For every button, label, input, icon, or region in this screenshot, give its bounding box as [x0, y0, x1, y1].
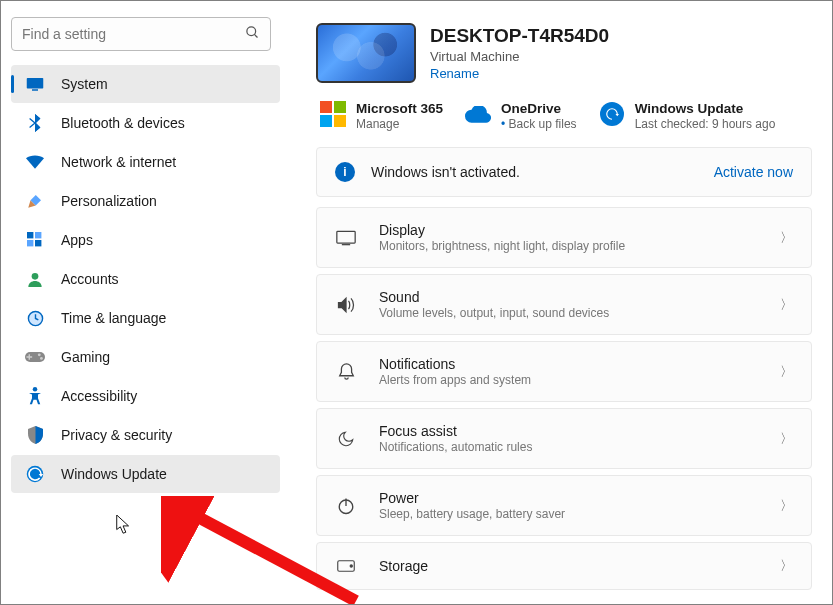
gaming-icon	[25, 347, 45, 367]
card-sound[interactable]: Sound Volume levels, output, input, soun…	[316, 274, 812, 335]
summary-tiles: Microsoft 365 Manage OneDrive Back up fi…	[316, 101, 812, 131]
power-icon	[335, 497, 357, 515]
card-title: Power	[379, 490, 780, 506]
notifications-icon	[335, 362, 357, 381]
nav-label: Time & language	[61, 310, 166, 326]
svg-rect-4	[27, 232, 33, 238]
svg-rect-15	[337, 231, 355, 243]
activate-now-link[interactable]: Activate now	[714, 164, 793, 180]
device-type: Virtual Machine	[430, 49, 609, 64]
chevron-right-icon: 〉	[780, 363, 793, 381]
card-title: Focus assist	[379, 423, 780, 439]
personalization-icon	[25, 191, 45, 211]
chevron-right-icon: 〉	[780, 296, 793, 314]
banner-text: Windows isn't activated.	[371, 164, 714, 180]
privacy-icon	[25, 425, 45, 445]
svg-point-20	[350, 565, 352, 567]
search-input[interactable]	[22, 26, 245, 42]
search-field[interactable]	[11, 17, 271, 51]
svg-rect-5	[35, 232, 41, 238]
focus-assist-icon	[335, 430, 357, 448]
card-title: Storage	[379, 558, 780, 574]
microsoft365-icon	[320, 101, 346, 127]
nav-item-accounts[interactable]: Accounts	[11, 260, 280, 298]
tile-title: Windows Update	[635, 101, 776, 116]
search-icon	[245, 25, 260, 43]
nav-item-gaming[interactable]: Gaming	[11, 338, 280, 376]
tile-microsoft365[interactable]: Microsoft 365 Manage	[320, 101, 443, 131]
nav-item-accessibility[interactable]: Accessibility	[11, 377, 280, 415]
settings-sidebar: System Bluetooth & devices Network & int…	[1, 1, 296, 604]
card-focus-assist[interactable]: Focus assist Notifications, automatic ru…	[316, 408, 812, 469]
nav-label: System	[61, 76, 108, 92]
nav-label: Privacy & security	[61, 427, 172, 443]
storage-icon	[335, 559, 357, 573]
nav-item-time[interactable]: Time & language	[11, 299, 280, 337]
nav-item-bluetooth[interactable]: Bluetooth & devices	[11, 104, 280, 142]
network-icon	[25, 152, 45, 172]
tile-sub: Last checked: 9 hours ago	[635, 117, 776, 131]
chevron-right-icon: 〉	[780, 430, 793, 448]
apps-icon	[25, 230, 45, 250]
svg-rect-7	[35, 240, 41, 246]
nav-item-network[interactable]: Network & internet	[11, 143, 280, 181]
onedrive-icon	[465, 101, 491, 127]
tile-sub: Back up files	[501, 117, 577, 131]
chevron-right-icon: 〉	[780, 557, 793, 575]
nav-item-personalization[interactable]: Personalization	[11, 182, 280, 220]
tile-windows-update[interactable]: Windows Update Last checked: 9 hours ago	[599, 101, 776, 131]
nav-label: Windows Update	[61, 466, 167, 482]
windows-update-tile-icon	[599, 101, 625, 127]
accessibility-icon	[25, 386, 45, 406]
nav-label: Gaming	[61, 349, 110, 365]
nav-label: Bluetooth & devices	[61, 115, 185, 131]
nav-list: System Bluetooth & devices Network & int…	[11, 65, 296, 493]
svg-line-1	[254, 34, 257, 37]
device-name: DESKTOP-T4R54D0	[430, 25, 609, 47]
tile-title: Microsoft 365	[356, 101, 443, 116]
activation-banner: i Windows isn't activated. Activate now	[316, 147, 812, 197]
svg-point-8	[32, 273, 39, 280]
chevron-right-icon: 〉	[780, 229, 793, 247]
device-thumbnail	[316, 23, 416, 83]
windows-update-icon	[25, 464, 45, 484]
svg-point-12	[40, 357, 43, 360]
accounts-icon	[25, 269, 45, 289]
chevron-right-icon: 〉	[780, 497, 793, 515]
card-power[interactable]: Power Sleep, battery usage, battery save…	[316, 475, 812, 536]
card-title: Display	[379, 222, 780, 238]
device-header: DESKTOP-T4R54D0 Virtual Machine Rename	[316, 23, 812, 83]
tile-sub: Manage	[356, 117, 443, 131]
nav-item-privacy[interactable]: Privacy & security	[11, 416, 280, 454]
card-title: Notifications	[379, 356, 780, 372]
rename-link[interactable]: Rename	[430, 66, 609, 81]
svg-point-0	[247, 27, 256, 36]
svg-rect-6	[27, 240, 33, 246]
card-sub: Alerts from apps and system	[379, 373, 780, 387]
main-panel: DESKTOP-T4R54D0 Virtual Machine Rename M…	[296, 1, 832, 604]
card-sub: Volume levels, output, input, sound devi…	[379, 306, 780, 320]
card-notifications[interactable]: Notifications Alerts from apps and syste…	[316, 341, 812, 402]
nav-label: Accounts	[61, 271, 119, 287]
svg-point-13	[33, 387, 38, 392]
nav-item-windows-update[interactable]: Windows Update	[11, 455, 280, 493]
card-storage[interactable]: Storage 〉	[316, 542, 812, 590]
info-icon: i	[335, 162, 355, 182]
nav-label: Personalization	[61, 193, 157, 209]
sound-icon	[335, 296, 357, 314]
bluetooth-icon	[25, 113, 45, 133]
card-title: Sound	[379, 289, 780, 305]
nav-item-system[interactable]: System	[11, 65, 280, 103]
tile-onedrive[interactable]: OneDrive Back up files	[465, 101, 577, 131]
card-display[interactable]: Display Monitors, brightness, night ligh…	[316, 207, 812, 268]
nav-label: Apps	[61, 232, 93, 248]
tile-title: OneDrive	[501, 101, 577, 116]
nav-label: Accessibility	[61, 388, 137, 404]
time-icon	[25, 308, 45, 328]
svg-rect-2	[27, 78, 44, 89]
svg-point-11	[38, 353, 41, 356]
nav-label: Network & internet	[61, 154, 176, 170]
card-sub: Notifications, automatic rules	[379, 440, 780, 454]
card-sub: Monitors, brightness, night light, displ…	[379, 239, 780, 253]
nav-item-apps[interactable]: Apps	[11, 221, 280, 259]
